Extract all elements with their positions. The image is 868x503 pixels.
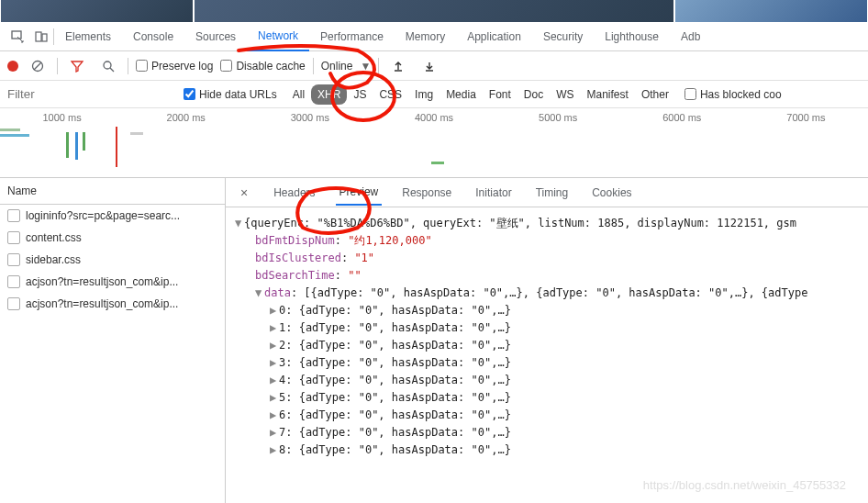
tab-performance[interactable]: Performance [309, 23, 395, 50]
tab-console[interactable]: Console [122, 23, 184, 50]
request-bar [431, 162, 444, 164]
tree-row[interactable]: ▶7: {adType: "0", hasAspData: "0",…} [235, 424, 859, 442]
waterfall-timeline[interactable]: 1000 ms 2000 ms 3000 ms 4000 ms 5000 ms … [0, 108, 868, 178]
separator [378, 58, 379, 74]
tree-row[interactable]: ▶0: {adType: "0", hasAspData: "0",…} [235, 302, 859, 319]
filter-type-font[interactable]: Font [483, 84, 517, 105]
detail-tab-response[interactable]: Response [398, 181, 455, 205]
request-list-pane: Name logininfo?src=pc&page=searc... cont… [0, 178, 226, 503]
tree-row[interactable]: bdIsClustered: "1" [235, 250, 859, 267]
tree-row[interactable]: ▶5: {adType: "0", hasAspData: "0",…} [235, 389, 859, 407]
filter-type-js[interactable]: JS [347, 84, 373, 105]
tab-network[interactable]: Network [247, 22, 309, 51]
hide-data-urls-toggle[interactable]: Hide data URLs [184, 88, 277, 101]
tree-text: 1: {adType: "0", hasAspData: "0",…} [279, 321, 511, 334]
page-thumbnails [0, 0, 868, 22]
tree-text: ", queryExt: " [403, 217, 495, 229]
waterfall-canvas [0, 127, 868, 177]
tab-application[interactable]: Application [456, 23, 532, 50]
detail-tab-headers[interactable]: Headers [270, 181, 318, 205]
tree-row[interactable]: ▶2: {adType: "0", hasAspData: "0",…} [235, 337, 859, 354]
record-button[interactable] [7, 61, 18, 72]
devtools-tabs: Elements Console Sources Network Perform… [0, 22, 868, 51]
tick-label: 1000 ms [0, 112, 124, 123]
tab-security[interactable]: Security [532, 23, 594, 50]
request-bar [0, 129, 20, 131]
filter-input[interactable] [0, 82, 184, 106]
tick-label: 6000 ms [620, 112, 744, 123]
detail-tab-initiator[interactable]: Initiator [472, 181, 515, 205]
filter-type-xhr[interactable]: XHR [311, 84, 347, 105]
name-column-header[interactable]: Name [0, 178, 225, 205]
download-icon[interactable] [422, 59, 437, 73]
tab-elements[interactable]: Elements [54, 23, 122, 50]
throttle-select[interactable]: Online [321, 60, 353, 73]
device-toggle-icon[interactable] [34, 29, 49, 44]
has-blocked-label: Has blocked coo [700, 88, 782, 101]
filter-type-ws[interactable]: WS [550, 84, 580, 105]
tab-memory[interactable]: Memory [395, 23, 456, 50]
request-row[interactable]: content.css [0, 227, 225, 249]
tree-row[interactable]: ▼data: [{adType: "0", hasAspData: "0",…}… [235, 285, 859, 302]
filter-type-other[interactable]: Other [635, 84, 675, 105]
svg-rect-0 [12, 31, 21, 39]
tick-label: 5000 ms [496, 112, 620, 123]
tree-text: 0: {adType: "0", hasAspData: "0",…} [279, 304, 511, 317]
preserve-log-toggle[interactable]: Preserve log [136, 60, 213, 73]
tree-text: 5: {adType: "0", hasAspData: "0",…} [279, 391, 511, 404]
tree-row[interactable]: ▶1: {adType: "0", hasAspData: "0",…} [235, 319, 859, 337]
request-bar [0, 134, 29, 137]
disable-cache-label: Disable cache [236, 60, 305, 73]
tree-row[interactable]: ▶6: {adType: "0", hasAspData: "0",…} [235, 407, 859, 424]
upload-icon[interactable] [391, 59, 406, 73]
filter-type-css[interactable]: CSS [373, 84, 408, 105]
disable-cache-toggle[interactable]: Disable cache [220, 60, 305, 73]
has-blocked-toggle[interactable]: Has blocked coo [684, 88, 782, 101]
hide-data-urls-checkbox[interactable] [184, 88, 195, 100]
request-row[interactable]: acjson?tn=resultjson_com&ip... [0, 293, 225, 315]
inspect-icon[interactable] [10, 29, 25, 44]
tick-label: 4000 ms [372, 112, 495, 123]
svg-rect-2 [42, 34, 47, 41]
tree-row[interactable]: ▶4: {adType: "0", hasAspData: "0",…} [235, 372, 859, 389]
request-bar [66, 132, 69, 158]
tree-row[interactable]: ▶8: {adType: "0", hasAspData: "0",…} [235, 442, 859, 459]
request-row[interactable]: acjson?tn=resultjson_com&ip... [0, 271, 225, 293]
detail-tab-preview[interactable]: Preview [336, 180, 383, 206]
clear-icon[interactable] [30, 59, 45, 73]
preview-tree[interactable]: ▼{queryEnc: "%B1%DA%D6%BD", queryExt: "壁… [226, 207, 868, 503]
search-icon[interactable] [101, 59, 116, 73]
detail-tab-cookies[interactable]: Cookies [588, 181, 635, 205]
filter-type-img[interactable]: Img [408, 84, 440, 105]
has-blocked-checkbox[interactable] [684, 88, 696, 100]
tree-text: 4: {adType: "0", hasAspData: "0",…} [279, 374, 511, 386]
tree-row[interactable]: bdSearchTime: "" [235, 267, 859, 285]
tree-value: [{adType: "0", hasAspData: "0",…}, {adTy… [304, 286, 807, 299]
hide-data-urls-label: Hide data URLs [199, 88, 277, 101]
separator [313, 58, 314, 74]
dropdown-icon[interactable]: ▼ [360, 60, 371, 73]
tab-adblock[interactable]: Adb [670, 23, 711, 50]
tree-row[interactable]: bdFmtDispNum: "约1,120,000" [235, 232, 859, 250]
filter-type-manifest[interactable]: Manifest [581, 84, 635, 105]
tab-lighthouse[interactable]: Lighthouse [594, 23, 670, 50]
disable-cache-checkbox[interactable] [220, 60, 232, 72]
filter-type-all[interactable]: All [286, 84, 311, 105]
tree-row[interactable]: ▼{queryEnc: "%B1%DA%D6%BD", queryExt: "壁… [235, 215, 859, 232]
filter-type-doc[interactable]: Doc [517, 84, 550, 105]
tree-key: data [264, 286, 291, 299]
preserve-log-checkbox[interactable] [136, 60, 148, 72]
tree-row[interactable]: ▶3: {adType: "0", hasAspData: "0",…} [235, 354, 859, 372]
detail-pane: × Headers Preview Response Initiator Tim… [226, 178, 868, 503]
thumb [1, 0, 193, 22]
request-row[interactable]: sidebar.css [0, 249, 225, 271]
tab-sources[interactable]: Sources [184, 23, 247, 50]
filter-icon[interactable] [70, 59, 84, 73]
close-icon[interactable]: × [235, 185, 253, 200]
detail-tab-timing[interactable]: Timing [532, 181, 573, 205]
svg-line-4 [34, 62, 41, 70]
request-row[interactable]: logininfo?src=pc&page=searc... [0, 205, 225, 227]
separator [57, 58, 58, 74]
filter-type-media[interactable]: Media [440, 84, 483, 105]
detail-tabs: × Headers Preview Response Initiator Tim… [226, 178, 868, 207]
